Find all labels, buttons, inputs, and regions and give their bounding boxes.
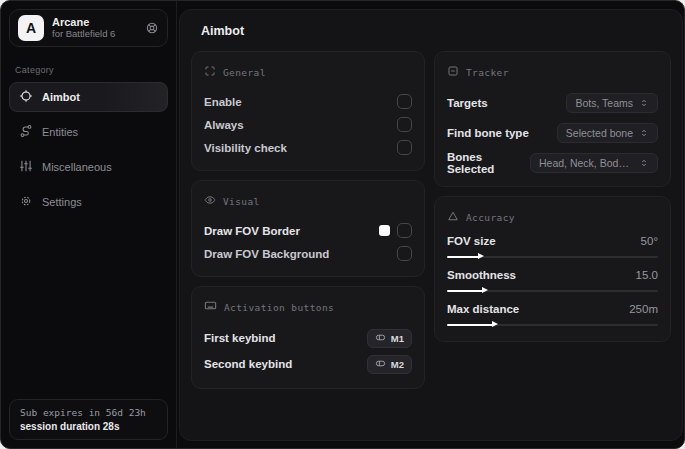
row-label: Always bbox=[204, 119, 244, 131]
row-always: Always bbox=[204, 113, 412, 136]
sidebar-nav: Aimbot Entities Miscella bbox=[1, 82, 176, 217]
sidebar-item-label: Aimbot bbox=[42, 91, 80, 103]
sliders-icon bbox=[19, 159, 33, 175]
draw-fov-border-checkbox[interactable] bbox=[397, 223, 412, 238]
tracker-card: Tracker Targets Bots, Teams bbox=[434, 51, 671, 187]
app-name: Arcane bbox=[52, 16, 137, 29]
section-title-visual: Visual bbox=[223, 196, 260, 207]
app-header-card: A Arcane for Battlefield 6 bbox=[9, 9, 168, 47]
mouse-icon bbox=[375, 332, 386, 345]
select-value: Bots, Teams bbox=[575, 97, 633, 109]
max-distance-group: Max distance 250m bbox=[447, 303, 658, 328]
app-logo: A bbox=[18, 15, 44, 41]
row-draw-fov-background: Draw FOV Background bbox=[204, 242, 412, 265]
section-title-tracker: Tracker bbox=[466, 67, 509, 78]
left-column: General Enable Always Visibility check bbox=[191, 51, 425, 398]
general-card: General Enable Always Visibility check bbox=[191, 51, 425, 171]
sidebar-item-settings[interactable]: Settings bbox=[9, 187, 168, 217]
session-duration-text: session duration 28s bbox=[20, 421, 157, 432]
sidebar-item-miscellaneous[interactable]: Miscellaneous bbox=[9, 152, 168, 182]
main-area: Aimbot General bbox=[177, 1, 685, 448]
slider-label: FOV size bbox=[447, 235, 496, 247]
sidebar-item-entities[interactable]: Entities bbox=[9, 117, 168, 147]
select-value: Selected bone bbox=[566, 127, 633, 139]
chevrons-up-down-icon bbox=[639, 98, 649, 108]
row-targets: Targets Bots, Teams bbox=[447, 90, 658, 115]
slider-thumb[interactable] bbox=[478, 253, 484, 259]
app-window: A Arcane for Battlefield 6 Category bbox=[0, 0, 685, 449]
sidebar-item-label: Settings bbox=[42, 196, 82, 208]
slider-fill bbox=[447, 256, 479, 259]
second-keybind-button[interactable]: M2 bbox=[367, 355, 412, 374]
category-label: Category bbox=[15, 65, 176, 75]
slider-thumb[interactable] bbox=[482, 287, 488, 293]
row-label: Find bone type bbox=[447, 127, 529, 139]
draw-fov-background-checkbox[interactable] bbox=[397, 246, 412, 261]
find-bone-type-select[interactable]: Selected bone bbox=[557, 123, 658, 143]
row-second-keybind: Second keybind M2 bbox=[204, 351, 412, 377]
visual-card: Visual Draw FOV Border Draw FOV Backgrou… bbox=[191, 180, 425, 277]
activation-buttons-card: Activation buttons First keybind M1 bbox=[191, 286, 425, 389]
route-icon bbox=[19, 124, 33, 140]
row-label: Second keybind bbox=[204, 358, 292, 370]
enable-checkbox[interactable] bbox=[397, 94, 412, 109]
slider-label: Smoothness bbox=[447, 269, 516, 281]
row-first-keybind: First keybind M1 bbox=[204, 325, 412, 351]
fov-size-value: 50° bbox=[641, 235, 658, 247]
chevrons-up-down-icon bbox=[639, 158, 649, 168]
keybind-value: M2 bbox=[391, 359, 404, 370]
slider-label: Max distance bbox=[447, 303, 519, 315]
bones-selected-select[interactable]: Head, Neck, Body, Pe... bbox=[530, 153, 658, 173]
chevrons-up-down-icon bbox=[639, 128, 649, 138]
target-lifebuoy-icon[interactable] bbox=[145, 21, 159, 35]
subscription-card: Sub expires in 56d 23h session duration … bbox=[9, 399, 168, 440]
section-title-accuracy: Accuracy bbox=[466, 212, 515, 223]
max-distance-slider[interactable] bbox=[447, 321, 658, 328]
fov-size-slider[interactable] bbox=[447, 253, 658, 260]
accuracy-card: Accuracy FOV size 50° bbox=[434, 196, 671, 342]
sidebar-item-label: Entities bbox=[42, 126, 78, 138]
app-subtitle: for Battlefield 6 bbox=[52, 29, 137, 40]
page-title: Aimbot bbox=[201, 24, 672, 38]
sidebar-item-aimbot[interactable]: Aimbot bbox=[9, 82, 168, 112]
row-draw-fov-border: Draw FOV Border bbox=[204, 219, 412, 242]
app-meta: Arcane for Battlefield 6 bbox=[52, 16, 137, 40]
row-label: Visibility check bbox=[204, 142, 287, 154]
keybind-value: M1 bbox=[391, 333, 404, 344]
row-label: Targets bbox=[447, 97, 488, 109]
keyboard-icon bbox=[204, 298, 217, 316]
slider-thumb[interactable] bbox=[492, 321, 498, 327]
sidebar-item-label: Miscellaneous bbox=[42, 161, 112, 173]
row-label: Draw FOV Background bbox=[204, 248, 329, 260]
fov-size-group: FOV size 50° bbox=[447, 235, 658, 260]
row-label: Draw FOV Border bbox=[204, 225, 300, 237]
always-checkbox[interactable] bbox=[397, 117, 412, 132]
fov-border-color-swatch[interactable] bbox=[379, 225, 390, 236]
select-value: Head, Neck, Body, Pe... bbox=[539, 157, 633, 169]
content-panel: Aimbot General bbox=[179, 9, 683, 441]
crosshair-icon bbox=[19, 89, 33, 105]
visibility-check-checkbox[interactable] bbox=[397, 140, 412, 155]
slider-fill bbox=[447, 324, 493, 327]
gear-icon bbox=[19, 194, 33, 210]
sub-expires-text: Sub expires in 56d 23h bbox=[20, 407, 157, 418]
row-label: Enable bbox=[204, 96, 242, 108]
triangle-icon bbox=[447, 208, 459, 226]
smoothness-group: Smoothness 15.0 bbox=[447, 269, 658, 294]
minus-square-icon bbox=[447, 63, 459, 81]
row-bones-selected: Bones Selected Head, Neck, Body, Pe... bbox=[447, 150, 658, 175]
section-title-general: General bbox=[223, 67, 266, 78]
focus-frame-icon bbox=[204, 63, 216, 81]
section-title-activation: Activation buttons bbox=[224, 302, 334, 313]
eye-icon bbox=[204, 192, 216, 210]
smoothness-slider[interactable] bbox=[447, 287, 658, 294]
row-label: First keybind bbox=[204, 332, 276, 344]
max-distance-value: 250m bbox=[629, 303, 658, 315]
row-enable: Enable bbox=[204, 90, 412, 113]
row-find-bone-type: Find bone type Selected bone bbox=[447, 120, 658, 145]
slider-fill bbox=[447, 290, 483, 293]
sidebar: A Arcane for Battlefield 6 Category bbox=[1, 1, 177, 448]
first-keybind-button[interactable]: M1 bbox=[367, 329, 412, 348]
row-visibility-check: Visibility check bbox=[204, 136, 412, 159]
targets-select[interactable]: Bots, Teams bbox=[566, 93, 658, 113]
